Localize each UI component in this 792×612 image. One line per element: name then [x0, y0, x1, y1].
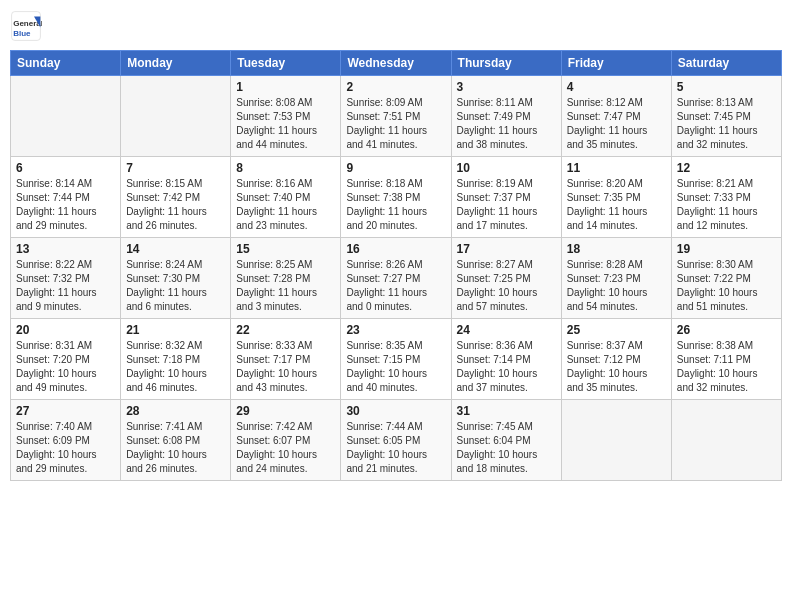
day-info: Sunrise: 7:41 AMSunset: 6:08 PMDaylight:… — [126, 420, 225, 476]
day-number: 23 — [346, 323, 445, 337]
calendar-cell: 24Sunrise: 8:36 AMSunset: 7:14 PMDayligh… — [451, 319, 561, 400]
day-number: 19 — [677, 242, 776, 256]
day-info: Sunrise: 8:22 AMSunset: 7:32 PMDaylight:… — [16, 258, 115, 314]
calendar-cell: 22Sunrise: 8:33 AMSunset: 7:17 PMDayligh… — [231, 319, 341, 400]
day-number: 5 — [677, 80, 776, 94]
day-info: Sunrise: 8:26 AMSunset: 7:27 PMDaylight:… — [346, 258, 445, 314]
calendar-cell: 1Sunrise: 8:08 AMSunset: 7:53 PMDaylight… — [231, 76, 341, 157]
day-info: Sunrise: 8:08 AMSunset: 7:53 PMDaylight:… — [236, 96, 335, 152]
day-number: 17 — [457, 242, 556, 256]
calendar-cell: 6Sunrise: 8:14 AMSunset: 7:44 PMDaylight… — [11, 157, 121, 238]
day-info: Sunrise: 8:38 AMSunset: 7:11 PMDaylight:… — [677, 339, 776, 395]
calendar-cell: 7Sunrise: 8:15 AMSunset: 7:42 PMDaylight… — [121, 157, 231, 238]
day-number: 7 — [126, 161, 225, 175]
calendar-week-2: 6Sunrise: 8:14 AMSunset: 7:44 PMDaylight… — [11, 157, 782, 238]
day-number: 8 — [236, 161, 335, 175]
day-number: 6 — [16, 161, 115, 175]
weekday-header-friday: Friday — [561, 51, 671, 76]
day-number: 9 — [346, 161, 445, 175]
day-info: Sunrise: 8:32 AMSunset: 7:18 PMDaylight:… — [126, 339, 225, 395]
day-info: Sunrise: 8:30 AMSunset: 7:22 PMDaylight:… — [677, 258, 776, 314]
calendar-cell: 15Sunrise: 8:25 AMSunset: 7:28 PMDayligh… — [231, 238, 341, 319]
day-number: 16 — [346, 242, 445, 256]
calendar-cell: 28Sunrise: 7:41 AMSunset: 6:08 PMDayligh… — [121, 400, 231, 481]
day-number: 22 — [236, 323, 335, 337]
calendar-cell: 16Sunrise: 8:26 AMSunset: 7:27 PMDayligh… — [341, 238, 451, 319]
day-info: Sunrise: 8:19 AMSunset: 7:37 PMDaylight:… — [457, 177, 556, 233]
calendar-cell: 29Sunrise: 7:42 AMSunset: 6:07 PMDayligh… — [231, 400, 341, 481]
day-info: Sunrise: 8:16 AMSunset: 7:40 PMDaylight:… — [236, 177, 335, 233]
day-number: 3 — [457, 80, 556, 94]
weekday-header-thursday: Thursday — [451, 51, 561, 76]
calendar-cell — [671, 400, 781, 481]
day-info: Sunrise: 8:33 AMSunset: 7:17 PMDaylight:… — [236, 339, 335, 395]
calendar-cell: 4Sunrise: 8:12 AMSunset: 7:47 PMDaylight… — [561, 76, 671, 157]
day-info: Sunrise: 8:37 AMSunset: 7:12 PMDaylight:… — [567, 339, 666, 395]
day-number: 30 — [346, 404, 445, 418]
day-number: 11 — [567, 161, 666, 175]
weekday-header-wednesday: Wednesday — [341, 51, 451, 76]
calendar-week-1: 1Sunrise: 8:08 AMSunset: 7:53 PMDaylight… — [11, 76, 782, 157]
calendar-cell: 18Sunrise: 8:28 AMSunset: 7:23 PMDayligh… — [561, 238, 671, 319]
day-info: Sunrise: 8:27 AMSunset: 7:25 PMDaylight:… — [457, 258, 556, 314]
calendar-cell: 20Sunrise: 8:31 AMSunset: 7:20 PMDayligh… — [11, 319, 121, 400]
calendar-cell: 2Sunrise: 8:09 AMSunset: 7:51 PMDaylight… — [341, 76, 451, 157]
day-number: 28 — [126, 404, 225, 418]
weekday-header-monday: Monday — [121, 51, 231, 76]
day-number: 2 — [346, 80, 445, 94]
day-number: 29 — [236, 404, 335, 418]
calendar-week-5: 27Sunrise: 7:40 AMSunset: 6:09 PMDayligh… — [11, 400, 782, 481]
day-info: Sunrise: 8:24 AMSunset: 7:30 PMDaylight:… — [126, 258, 225, 314]
day-number: 18 — [567, 242, 666, 256]
calendar-cell: 13Sunrise: 8:22 AMSunset: 7:32 PMDayligh… — [11, 238, 121, 319]
calendar-cell: 21Sunrise: 8:32 AMSunset: 7:18 PMDayligh… — [121, 319, 231, 400]
day-info: Sunrise: 8:20 AMSunset: 7:35 PMDaylight:… — [567, 177, 666, 233]
weekday-header-tuesday: Tuesday — [231, 51, 341, 76]
day-info: Sunrise: 8:31 AMSunset: 7:20 PMDaylight:… — [16, 339, 115, 395]
logo: General Blue — [10, 10, 44, 42]
calendar-cell: 8Sunrise: 8:16 AMSunset: 7:40 PMDaylight… — [231, 157, 341, 238]
day-info: Sunrise: 8:14 AMSunset: 7:44 PMDaylight:… — [16, 177, 115, 233]
calendar-cell — [121, 76, 231, 157]
day-info: Sunrise: 7:44 AMSunset: 6:05 PMDaylight:… — [346, 420, 445, 476]
calendar-cell: 25Sunrise: 8:37 AMSunset: 7:12 PMDayligh… — [561, 319, 671, 400]
calendar-cell: 9Sunrise: 8:18 AMSunset: 7:38 PMDaylight… — [341, 157, 451, 238]
day-info: Sunrise: 8:21 AMSunset: 7:33 PMDaylight:… — [677, 177, 776, 233]
day-number: 15 — [236, 242, 335, 256]
day-info: Sunrise: 7:42 AMSunset: 6:07 PMDaylight:… — [236, 420, 335, 476]
day-info: Sunrise: 8:36 AMSunset: 7:14 PMDaylight:… — [457, 339, 556, 395]
day-info: Sunrise: 8:25 AMSunset: 7:28 PMDaylight:… — [236, 258, 335, 314]
calendar-week-3: 13Sunrise: 8:22 AMSunset: 7:32 PMDayligh… — [11, 238, 782, 319]
calendar-cell — [11, 76, 121, 157]
day-info: Sunrise: 8:18 AMSunset: 7:38 PMDaylight:… — [346, 177, 445, 233]
calendar-cell: 17Sunrise: 8:27 AMSunset: 7:25 PMDayligh… — [451, 238, 561, 319]
day-number: 12 — [677, 161, 776, 175]
day-info: Sunrise: 7:40 AMSunset: 6:09 PMDaylight:… — [16, 420, 115, 476]
day-info: Sunrise: 8:09 AMSunset: 7:51 PMDaylight:… — [346, 96, 445, 152]
day-number: 1 — [236, 80, 335, 94]
day-number: 4 — [567, 80, 666, 94]
day-number: 14 — [126, 242, 225, 256]
day-info: Sunrise: 8:12 AMSunset: 7:47 PMDaylight:… — [567, 96, 666, 152]
day-info: Sunrise: 8:15 AMSunset: 7:42 PMDaylight:… — [126, 177, 225, 233]
calendar-cell — [561, 400, 671, 481]
weekday-header-sunday: Sunday — [11, 51, 121, 76]
calendar-header-row: SundayMondayTuesdayWednesdayThursdayFrid… — [11, 51, 782, 76]
calendar-cell: 30Sunrise: 7:44 AMSunset: 6:05 PMDayligh… — [341, 400, 451, 481]
weekday-header-saturday: Saturday — [671, 51, 781, 76]
calendar-cell: 26Sunrise: 8:38 AMSunset: 7:11 PMDayligh… — [671, 319, 781, 400]
calendar-cell: 14Sunrise: 8:24 AMSunset: 7:30 PMDayligh… — [121, 238, 231, 319]
day-info: Sunrise: 7:45 AMSunset: 6:04 PMDaylight:… — [457, 420, 556, 476]
calendar-cell: 5Sunrise: 8:13 AMSunset: 7:45 PMDaylight… — [671, 76, 781, 157]
calendar-cell: 27Sunrise: 7:40 AMSunset: 6:09 PMDayligh… — [11, 400, 121, 481]
calendar-cell: 19Sunrise: 8:30 AMSunset: 7:22 PMDayligh… — [671, 238, 781, 319]
day-info: Sunrise: 8:13 AMSunset: 7:45 PMDaylight:… — [677, 96, 776, 152]
calendar-cell: 31Sunrise: 7:45 AMSunset: 6:04 PMDayligh… — [451, 400, 561, 481]
calendar-cell: 3Sunrise: 8:11 AMSunset: 7:49 PMDaylight… — [451, 76, 561, 157]
calendar-week-4: 20Sunrise: 8:31 AMSunset: 7:20 PMDayligh… — [11, 319, 782, 400]
calendar-table: SundayMondayTuesdayWednesdayThursdayFrid… — [10, 50, 782, 481]
day-number: 27 — [16, 404, 115, 418]
day-number: 21 — [126, 323, 225, 337]
calendar-cell: 11Sunrise: 8:20 AMSunset: 7:35 PMDayligh… — [561, 157, 671, 238]
day-info: Sunrise: 8:11 AMSunset: 7:49 PMDaylight:… — [457, 96, 556, 152]
